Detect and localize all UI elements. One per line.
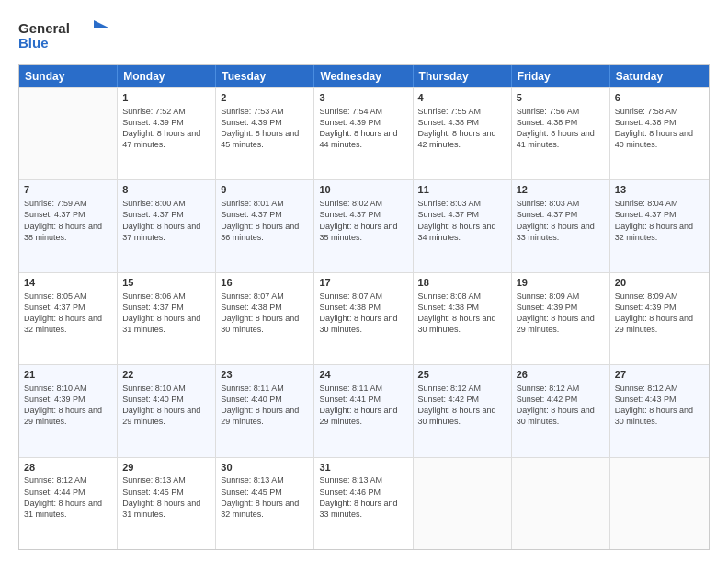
daylight-text-cont: 29 minutes. [122, 416, 210, 427]
header: General Blue [18, 17, 710, 57]
day-number: 23 [221, 368, 309, 382]
sunset-text: Sunset: 4:38 PM [418, 117, 506, 128]
daylight-text-cont: 30 minutes. [221, 324, 309, 335]
weekday-header: Monday [118, 65, 216, 87]
sunrise-text: Sunrise: 8:13 AM [221, 475, 309, 486]
sunrise-text: Sunrise: 8:10 AM [24, 383, 112, 394]
daylight-text-cont: 29 minutes. [24, 416, 112, 427]
daylight-text: Daylight: 8 hours and [319, 405, 407, 416]
day-cell: 8Sunrise: 8:00 AMSunset: 4:37 PMDaylight… [118, 180, 216, 271]
sunrise-text: Sunrise: 7:54 AM [319, 106, 407, 117]
sunset-text: Sunset: 4:37 PM [418, 209, 506, 220]
daylight-text: Daylight: 8 hours and [221, 221, 309, 232]
weekday-header: Sunday [19, 65, 118, 87]
day-cell: 16Sunrise: 8:07 AMSunset: 4:38 PMDayligh… [216, 273, 314, 364]
day-cell: 27Sunrise: 8:12 AMSunset: 4:43 PMDayligh… [610, 365, 709, 456]
sunrise-text: Sunrise: 8:03 AM [418, 198, 506, 209]
sunset-text: Sunset: 4:39 PM [319, 117, 407, 128]
day-info: Sunrise: 8:03 AMSunset: 4:37 PMDaylight:… [517, 198, 605, 243]
daylight-text: Daylight: 8 hours and [615, 221, 704, 232]
daylight-text: Daylight: 8 hours and [122, 313, 210, 324]
day-info: Sunrise: 8:12 AMSunset: 4:42 PMDaylight:… [517, 383, 605, 428]
day-info: Sunrise: 7:53 AMSunset: 4:39 PMDaylight:… [221, 106, 309, 151]
daylight-text-cont: 29 minutes. [517, 324, 605, 335]
day-number: 15 [122, 276, 210, 290]
day-info: Sunrise: 7:58 AMSunset: 4:38 PMDaylight:… [615, 106, 704, 151]
daylight-text: Daylight: 8 hours and [418, 221, 506, 232]
daylight-text-cont: 44 minutes. [319, 139, 407, 150]
daylight-text: Daylight: 8 hours and [319, 498, 407, 509]
day-info: Sunrise: 8:05 AMSunset: 4:37 PMDaylight:… [24, 291, 112, 336]
daylight-text-cont: 30 minutes. [615, 416, 704, 427]
day-info: Sunrise: 8:03 AMSunset: 4:37 PMDaylight:… [418, 198, 506, 243]
empty-cell [512, 458, 610, 549]
svg-text:Blue: Blue [18, 35, 49, 51]
day-number: 26 [517, 368, 605, 382]
daylight-text-cont: 31 minutes. [24, 509, 112, 520]
day-number: 24 [319, 368, 407, 382]
daylight-text: Daylight: 8 hours and [122, 221, 210, 232]
daylight-text: Daylight: 8 hours and [221, 498, 309, 509]
svg-text:General: General [18, 20, 70, 36]
day-number: 18 [418, 276, 506, 290]
daylight-text: Daylight: 8 hours and [221, 128, 309, 139]
daylight-text: Daylight: 8 hours and [615, 313, 704, 324]
page: General Blue SundayMondayTuesdayWednesda… [0, 0, 728, 563]
day-number: 30 [221, 461, 309, 475]
sunrise-text: Sunrise: 8:12 AM [418, 383, 506, 394]
sunset-text: Sunset: 4:43 PM [615, 394, 704, 405]
daylight-text: Daylight: 8 hours and [517, 405, 605, 416]
sunset-text: Sunset: 4:37 PM [221, 209, 309, 220]
daylight-text-cont: 30 minutes. [319, 324, 407, 335]
day-info: Sunrise: 8:11 AMSunset: 4:40 PMDaylight:… [221, 383, 309, 428]
day-number: 5 [517, 91, 605, 105]
daylight-text: Daylight: 8 hours and [319, 221, 407, 232]
day-info: Sunrise: 8:12 AMSunset: 4:44 PMDaylight:… [24, 475, 112, 520]
sunset-text: Sunset: 4:46 PM [319, 487, 407, 498]
sunrise-text: Sunrise: 8:05 AM [24, 291, 112, 302]
day-cell: 19Sunrise: 8:09 AMSunset: 4:39 PMDayligh… [512, 273, 610, 364]
sunrise-text: Sunrise: 8:13 AM [122, 475, 210, 486]
day-number: 7 [24, 183, 112, 197]
day-info: Sunrise: 8:10 AMSunset: 4:39 PMDaylight:… [24, 383, 112, 428]
sunset-text: Sunset: 4:39 PM [24, 394, 112, 405]
daylight-text-cont: 31 minutes. [122, 509, 210, 520]
sunset-text: Sunset: 4:37 PM [517, 209, 605, 220]
day-cell: 18Sunrise: 8:08 AMSunset: 4:38 PMDayligh… [414, 273, 512, 364]
day-cell: 24Sunrise: 8:11 AMSunset: 4:41 PMDayligh… [314, 365, 413, 456]
empty-cell [19, 88, 118, 179]
sunrise-text: Sunrise: 8:09 AM [615, 291, 704, 302]
sunset-text: Sunset: 4:39 PM [122, 117, 210, 128]
weekday-header: Wednesday [314, 65, 413, 87]
day-info: Sunrise: 8:11 AMSunset: 4:41 PMDaylight:… [319, 383, 407, 428]
day-number: 3 [319, 91, 407, 105]
day-cell: 26Sunrise: 8:12 AMSunset: 4:42 PMDayligh… [512, 365, 610, 456]
day-number: 25 [418, 368, 506, 382]
day-info: Sunrise: 8:09 AMSunset: 4:39 PMDaylight:… [517, 291, 605, 336]
daylight-text-cont: 36 minutes. [221, 232, 309, 243]
day-number: 14 [24, 276, 112, 290]
day-number: 9 [221, 183, 309, 197]
sunset-text: Sunset: 4:42 PM [418, 394, 506, 405]
day-number: 10 [319, 183, 407, 197]
day-cell: 4Sunrise: 7:55 AMSunset: 4:38 PMDaylight… [414, 88, 512, 179]
daylight-text: Daylight: 8 hours and [24, 313, 112, 324]
sunrise-text: Sunrise: 8:07 AM [221, 291, 309, 302]
day-cell: 21Sunrise: 8:10 AMSunset: 4:39 PMDayligh… [19, 365, 118, 456]
day-cell: 31Sunrise: 8:13 AMSunset: 4:46 PMDayligh… [314, 458, 413, 549]
calendar-body: 1Sunrise: 7:52 AMSunset: 4:39 PMDaylight… [19, 87, 709, 549]
day-number: 13 [615, 183, 704, 197]
day-cell: 28Sunrise: 8:12 AMSunset: 4:44 PMDayligh… [19, 458, 118, 549]
day-number: 8 [122, 183, 210, 197]
weekday-header: Saturday [610, 65, 709, 87]
sunrise-text: Sunrise: 7:53 AM [221, 106, 309, 117]
daylight-text-cont: 47 minutes. [122, 139, 210, 150]
day-cell: 17Sunrise: 8:07 AMSunset: 4:38 PMDayligh… [314, 273, 413, 364]
sunset-text: Sunset: 4:38 PM [517, 117, 605, 128]
daylight-text-cont: 32 minutes. [221, 509, 309, 520]
day-cell: 29Sunrise: 8:13 AMSunset: 4:45 PMDayligh… [118, 458, 216, 549]
daylight-text: Daylight: 8 hours and [122, 405, 210, 416]
day-info: Sunrise: 8:10 AMSunset: 4:40 PMDaylight:… [122, 383, 210, 428]
sunrise-text: Sunrise: 8:04 AM [615, 198, 704, 209]
daylight-text-cont: 31 minutes. [122, 324, 210, 335]
